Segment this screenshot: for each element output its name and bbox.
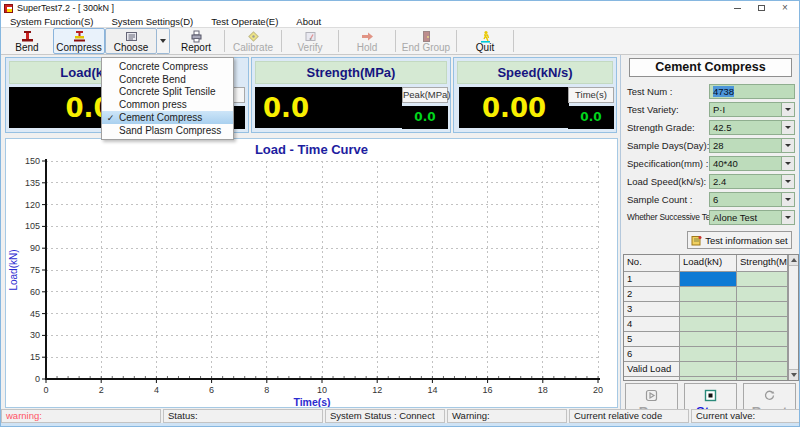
strength-gauge: Strength(MPa) 0.0 Peak(MPa) 0.0 [251, 57, 451, 133]
chart-title: Load - Time Curve [6, 142, 617, 157]
toolbar-separator [456, 30, 457, 52]
end-group-door-icon [420, 30, 433, 43]
chevron-down-icon[interactable] [781, 175, 794, 188]
svg-text:4: 4 [154, 385, 159, 395]
title-bar: SuperTest7.2 - [ 300kN ] × [1, 1, 799, 15]
successive-test-combo[interactable]: Alone Test [709, 210, 795, 225]
end-group-button[interactable]: End Group [398, 28, 454, 54]
svg-text:30: 30 [30, 330, 40, 340]
table-row[interactable]: 4 [624, 317, 798, 332]
chevron-down-icon[interactable] [781, 193, 794, 206]
status-warning: Warning: [447, 409, 567, 423]
toolbar: Bend Compress Choose Report [1, 27, 799, 55]
choose-dropdown-menu: Concrete Compress Concrete Bend Concrete… [101, 57, 234, 140]
menu-item-sand-plasm-compress[interactable]: Sand Plasm Compress [102, 124, 233, 137]
menu-item-concrete-compress[interactable]: Concrete Compress [102, 60, 233, 73]
svg-text:105: 105 [25, 221, 40, 231]
field-row-test-num: Test Num : 4738 [627, 84, 795, 99]
status-relative-code: Current relative code [569, 409, 689, 423]
svg-text:90: 90 [30, 243, 40, 253]
svg-text:14: 14 [427, 385, 437, 395]
menu-item-concrete-split-tensile[interactable]: Concrete Split Tensile [102, 86, 233, 99]
test-variety-combo[interactable]: P·I [709, 102, 795, 117]
menu-system-settings[interactable]: System Settings(D) [102, 16, 202, 27]
left-pane: Load(kN) 0.0 Peak(kN) 0.0 Strength(MPa) … [1, 55, 620, 411]
app-icon [4, 4, 13, 13]
quit-button[interactable]: Quit [459, 28, 511, 54]
svg-text:60: 60 [30, 287, 40, 297]
window-bottom-edge [1, 423, 800, 426]
chevron-down-icon[interactable] [781, 103, 794, 116]
menu-system-function[interactable]: System Function(S) [1, 16, 102, 27]
table-row[interactable]: 2 [624, 287, 798, 302]
sidebar-title: Cement Compress [629, 58, 792, 77]
chevron-down-icon[interactable] [781, 211, 794, 224]
chevron-down-icon [160, 39, 166, 43]
menu-item-common-press[interactable]: Common press [102, 98, 233, 111]
time-display: 0.0 [568, 106, 614, 129]
maximize-button[interactable] [749, 2, 773, 14]
toolbar-separator [338, 30, 339, 52]
svg-text:0: 0 [35, 374, 40, 384]
hold-arrow-icon [361, 30, 374, 43]
verify-button[interactable]: Verify [284, 28, 336, 54]
scroll-down-icon[interactable] [789, 369, 798, 380]
window-title: SuperTest7.2 - [ 300kN ] [17, 3, 114, 13]
svg-text:15: 15 [30, 352, 40, 362]
table-row[interactable]: 5 [624, 332, 798, 347]
status-bar: warning: Status: System Status : Connect… [1, 409, 800, 423]
chevron-down-icon[interactable] [781, 121, 794, 134]
menu-item-concrete-bend[interactable]: Concrete Bend [102, 73, 233, 86]
svg-text:6: 6 [209, 385, 214, 395]
selected-cell [680, 272, 737, 287]
menu-bar: System Function(S) System Settings(D) Te… [1, 15, 799, 27]
stop-icon [704, 389, 717, 402]
check-icon: ✓ [102, 113, 119, 123]
minimize-button[interactable] [725, 2, 749, 14]
reset-icon [763, 389, 776, 402]
close-button[interactable]: × [773, 2, 797, 14]
load-speed-combo[interactable]: 2.4 [709, 174, 795, 189]
test-config-sidebar: Cement Compress Test Num : 4738 Test Var… [620, 55, 800, 411]
svg-text:10: 10 [317, 385, 327, 395]
svg-text:8: 8 [264, 385, 269, 395]
menu-about[interactable]: About [287, 16, 330, 27]
app-window: SuperTest7.2 - [ 300kN ] × System Functi… [0, 0, 800, 427]
table-row-valid-strength[interactable]: Valid Strength [624, 377, 798, 381]
svg-text:20: 20 [593, 385, 603, 395]
report-button[interactable]: Report [170, 28, 222, 54]
calibrate-button[interactable]: Calibrate [227, 28, 279, 54]
hold-button[interactable]: Hold [341, 28, 393, 54]
table-scrollbar[interactable] [788, 255, 798, 380]
table-row[interactable]: 1 [624, 272, 798, 287]
svg-text:Time(s): Time(s) [293, 396, 330, 407]
chevron-down-icon[interactable] [781, 157, 794, 170]
load-time-chart: Load - Time Curve 0246810121416182001530… [5, 138, 618, 408]
time-label: Time(s) [568, 87, 614, 103]
svg-text:18: 18 [538, 385, 548, 395]
choose-button[interactable]: Choose [105, 28, 157, 54]
choose-dropdown-arrow[interactable] [157, 28, 170, 54]
specification-combo[interactable]: 40*40 [709, 156, 795, 171]
test-information-set-button[interactable]: Test information set [687, 231, 792, 249]
scroll-up-icon[interactable] [789, 255, 798, 266]
field-row-sample-count: Sample Count : 6 [627, 192, 795, 207]
strength-grade-combo[interactable]: 42.5 [709, 120, 795, 135]
table-row[interactable]: 6 [624, 347, 798, 362]
field-row-successive-test: Whether Successive Test: Alone Test [627, 210, 795, 225]
menu-item-cement-compress[interactable]: ✓Cement Compress [102, 111, 233, 124]
sample-count-combo[interactable]: 6 [709, 192, 795, 207]
bend-button[interactable]: Bend [1, 28, 53, 54]
strength-peak-display: 0.0 [402, 106, 448, 129]
toolbar-separator [224, 30, 225, 52]
table-row-valid-load[interactable]: Valid Load [624, 362, 798, 377]
test-num-input[interactable]: 4738 [709, 84, 795, 99]
svg-text:45: 45 [30, 309, 40, 319]
menu-test-operate[interactable]: Test Operate(E) [202, 16, 287, 27]
chevron-down-icon[interactable] [781, 139, 794, 152]
strength-peak-label: Peak(MPa) [402, 87, 448, 103]
table-row[interactable]: 3 [624, 302, 798, 317]
compress-button[interactable]: Compress [53, 28, 105, 54]
toolbar-separator [395, 30, 396, 52]
sample-days-combo[interactable]: 28 [709, 138, 795, 153]
